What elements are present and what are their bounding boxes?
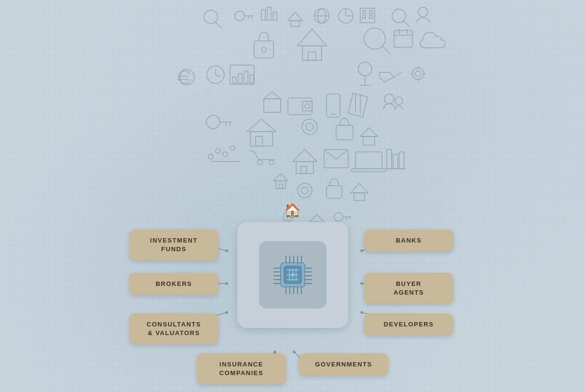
hub-card [237, 222, 348, 328]
svg-line-23 [404, 21, 409, 27]
svg-rect-39 [244, 71, 248, 83]
svg-point-123 [360, 282, 363, 285]
svg-point-0 [204, 10, 218, 24]
svg-rect-71 [256, 136, 262, 146]
svg-rect-25 [254, 41, 273, 58]
svg-point-98 [301, 187, 308, 194]
svg-marker-84 [293, 149, 317, 162]
svg-rect-76 [363, 136, 375, 145]
svg-marker-75 [360, 128, 378, 136]
label-buyer-agents: BUYERAGENTS [364, 273, 453, 304]
svg-point-105 [334, 213, 343, 221]
svg-point-78 [216, 149, 220, 153]
svg-point-30 [364, 28, 385, 49]
svg-rect-99 [327, 186, 342, 198]
developers-text: DEVELOPERS [384, 321, 434, 328]
svg-rect-88 [355, 152, 382, 169]
svg-line-43 [216, 75, 220, 77]
main-container: 🏠 [0, 0, 585, 392]
insurance-text: INSURANCECOMPANIES [219, 361, 263, 377]
svg-marker-100 [351, 183, 368, 193]
svg-rect-29 [308, 52, 316, 60]
label-brokers: BROKERS [129, 273, 218, 295]
svg-rect-89 [352, 169, 386, 172]
label-banks: BANKS [364, 230, 453, 252]
svg-rect-7 [267, 7, 271, 20]
svg-rect-95 [276, 181, 286, 189]
svg-rect-58 [302, 101, 312, 111]
brokers-text: BROKERS [156, 280, 192, 287]
svg-rect-38 [238, 74, 242, 83]
svg-point-73 [306, 123, 313, 131]
svg-point-49 [412, 68, 424, 80]
svg-rect-8 [273, 12, 277, 20]
svg-rect-6 [261, 10, 265, 20]
svg-marker-94 [273, 174, 288, 181]
label-developers: DEVELOPERS [364, 313, 453, 336]
svg-point-120 [225, 282, 228, 285]
svg-marker-69 [247, 119, 276, 132]
buyer-agents-text: BUYERAGENTS [394, 280, 424, 296]
svg-rect-19 [369, 11, 372, 14]
svg-point-126 [293, 351, 296, 353]
label-insurance-companies: INSURANCECOMPANIES [197, 353, 286, 384]
svg-point-22 [392, 9, 406, 23]
svg-rect-85 [296, 162, 313, 174]
svg-rect-90 [387, 149, 392, 169]
svg-rect-40 [250, 75, 254, 83]
svg-rect-57 [288, 98, 312, 115]
svg-point-124 [360, 311, 363, 314]
label-governments: GOVERNMENTS [299, 353, 388, 376]
svg-point-63 [384, 94, 394, 104]
svg-point-65 [206, 115, 220, 129]
svg-rect-28 [302, 46, 322, 60]
svg-point-26 [261, 47, 266, 52]
svg-marker-56 [264, 92, 281, 99]
house-icon-above: 🏠 [284, 203, 301, 218]
svg-point-97 [298, 183, 312, 198]
svg-line-1 [216, 22, 221, 28]
svg-rect-55 [264, 99, 281, 112]
hub-container: 🏠 [237, 222, 348, 328]
svg-marker-62 [348, 93, 367, 117]
svg-point-59 [305, 104, 310, 108]
governments-text: GOVERNMENTS [315, 361, 372, 368]
svg-rect-70 [250, 132, 272, 146]
svg-point-82 [258, 160, 262, 165]
svg-rect-74 [336, 125, 353, 140]
svg-point-80 [230, 146, 235, 150]
svg-rect-92 [399, 152, 404, 169]
svg-rect-18 [363, 11, 366, 14]
svg-point-72 [302, 119, 317, 135]
svg-rect-32 [394, 30, 412, 47]
svg-point-2 [235, 11, 245, 21]
consultants-text: CONSULTANTS& VALUATORS [147, 321, 201, 337]
svg-rect-21 [369, 15, 372, 18]
svg-rect-20 [363, 15, 366, 18]
svg-point-47 [358, 62, 372, 76]
svg-point-155 [291, 273, 295, 277]
svg-point-122 [360, 249, 363, 252]
hub-inner [259, 241, 327, 309]
svg-line-31 [382, 46, 390, 54]
svg-point-24 [418, 7, 428, 17]
svg-rect-37 [232, 77, 236, 83]
svg-point-83 [269, 160, 274, 165]
svg-point-119 [225, 249, 228, 252]
svg-rect-101 [354, 193, 365, 201]
banks-text: BANKS [396, 237, 422, 244]
svg-marker-9 [288, 12, 302, 21]
svg-rect-96 [279, 184, 283, 189]
svg-point-79 [223, 152, 228, 157]
svg-rect-60 [327, 94, 340, 117]
label-consultants-valuators: CONSULTANTS& VALUATORS [129, 313, 218, 344]
chip-icon [273, 256, 312, 294]
svg-point-50 [415, 71, 421, 77]
svg-point-77 [208, 154, 213, 159]
label-investment-funds: INVESTMENTFUNDS [129, 230, 218, 260]
svg-marker-27 [298, 29, 327, 46]
svg-point-64 [395, 97, 403, 105]
svg-marker-103 [310, 215, 324, 222]
svg-rect-91 [393, 154, 398, 169]
svg-rect-86 [301, 166, 307, 174]
